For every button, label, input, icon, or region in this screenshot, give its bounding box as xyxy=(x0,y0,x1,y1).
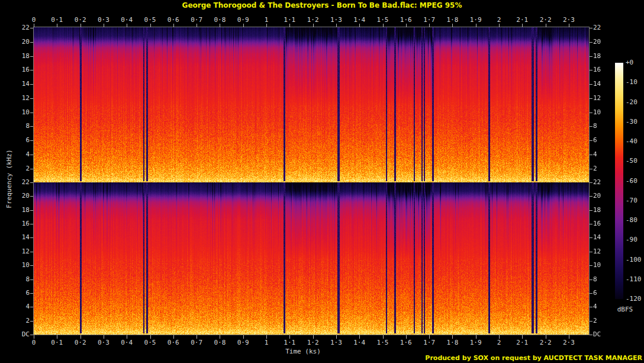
freq-tick-label: 4 xyxy=(593,303,597,310)
freq-tick-mark xyxy=(590,265,593,266)
time-tick-label: 2 xyxy=(497,17,501,24)
freq-tick-label: 12 xyxy=(0,95,30,102)
freq-tick-label: 14 xyxy=(593,234,601,241)
freq-tick-label: 18 xyxy=(0,53,30,60)
time-tick-mark xyxy=(452,24,453,27)
spectrogram-page: George Thorogood & The Destroyers - Born… xyxy=(0,0,644,363)
time-tick-mark xyxy=(34,24,34,27)
freq-tick-label: 4 xyxy=(593,151,597,158)
time-tick-label: 0·2 xyxy=(75,17,86,24)
freq-tick-label: 20 xyxy=(593,38,601,46)
freq-tick-mark xyxy=(590,307,593,307)
colorbar-tick-label: -110 xyxy=(626,276,642,283)
freq-tick-mark xyxy=(30,84,33,85)
freq-tick-label: 16 xyxy=(0,66,30,73)
freq-tick-label: 6 xyxy=(593,137,597,144)
freq-tick-mark xyxy=(30,321,33,322)
time-tick-label: 1·1 xyxy=(284,339,295,346)
page-title: George Thorogood & The Destroyers - Born… xyxy=(0,1,644,9)
time-tick-label: 0·4 xyxy=(121,339,133,346)
colorbar-tick-label: +0 xyxy=(626,59,633,66)
freq-tick-label: 22 xyxy=(0,24,30,31)
freq-tick-mark xyxy=(590,155,593,155)
time-tick-label: 0·1 xyxy=(51,339,63,346)
colorbar-tick-label: -70 xyxy=(626,197,637,204)
time-tick-mark xyxy=(336,24,337,27)
time-tick-label: 0·9 xyxy=(237,17,249,24)
time-tick-mark xyxy=(359,24,360,27)
freq-tick-label: 10 xyxy=(0,262,30,269)
time-tick-mark xyxy=(546,24,546,27)
time-tick-label: 0·3 xyxy=(98,339,110,346)
time-tick-label: 1·8 xyxy=(446,339,458,346)
freq-tick-mark xyxy=(590,210,593,211)
time-tick-label: 0·4 xyxy=(121,17,133,24)
freq-tick-label: 2 xyxy=(0,317,30,325)
time-tick-label: 1·3 xyxy=(330,17,342,24)
time-tick-label: 0·8 xyxy=(214,339,226,346)
time-tick-label: 1·5 xyxy=(377,17,389,24)
freq-tick-mark xyxy=(30,126,33,127)
time-tick-mark xyxy=(476,24,476,27)
freq-tick-mark xyxy=(590,293,593,294)
time-tick-label: 0·2 xyxy=(75,339,86,346)
time-tick-mark xyxy=(173,24,174,27)
time-tick-label: 1·9 xyxy=(470,339,482,346)
freq-tick-mark xyxy=(30,252,33,252)
freq-tick-mark xyxy=(30,155,33,155)
freq-tick-label: DC xyxy=(0,331,30,338)
time-tick-mark xyxy=(429,24,430,27)
freq-tick-label: 10 xyxy=(593,109,601,116)
freq-tick-mark xyxy=(590,56,593,57)
freq-tick-label: 14 xyxy=(0,234,30,241)
spectrogram-canvas xyxy=(34,27,589,335)
freq-tick-label: 4 xyxy=(0,151,30,158)
freq-tick-mark xyxy=(30,196,33,197)
freq-tick-label: 2 xyxy=(593,165,597,172)
freq-tick-label: 12 xyxy=(593,248,601,255)
freq-tick-mark xyxy=(590,280,593,280)
freq-tick-label: 6 xyxy=(593,290,597,297)
time-tick-mark xyxy=(243,24,244,27)
freq-tick-mark xyxy=(30,42,33,43)
freq-tick-label: 20 xyxy=(593,192,601,200)
time-tick-mark xyxy=(57,24,57,27)
x-axis-title: Time (ks) xyxy=(285,348,321,355)
colorbar-tick-label: -30 xyxy=(626,118,637,126)
colorbar-tick-label: -10 xyxy=(626,79,637,86)
time-tick-label: 1·2 xyxy=(307,17,319,24)
freq-tick-mark xyxy=(30,140,33,141)
credit-line: Produced by SOX on request by AUCDTECT T… xyxy=(425,354,642,362)
time-tick-mark xyxy=(266,24,267,27)
time-tick-label: 0·9 xyxy=(237,339,249,346)
freq-tick-mark xyxy=(590,237,593,238)
colorbar-tick-label: -20 xyxy=(626,99,637,106)
time-tick-label: 1·8 xyxy=(446,17,458,24)
time-tick-label: 1·4 xyxy=(353,17,365,24)
freq-tick-mark xyxy=(30,56,33,57)
time-tick-label: 2·3 xyxy=(563,17,575,24)
freq-tick-label: 22 xyxy=(0,179,30,186)
time-tick-mark xyxy=(569,24,569,27)
time-tick-label: 0 xyxy=(32,17,36,24)
freq-tick-mark xyxy=(590,321,593,322)
freq-tick-label: 18 xyxy=(593,53,601,60)
freq-tick-label: 16 xyxy=(0,220,30,227)
time-tick-mark xyxy=(406,24,407,27)
freq-tick-mark xyxy=(590,70,593,70)
time-tick-label: 0·1 xyxy=(51,17,63,24)
freq-tick-label: 8 xyxy=(0,123,30,130)
time-tick-mark xyxy=(127,24,127,27)
freq-tick-mark xyxy=(30,280,33,280)
time-tick-label: 2·2 xyxy=(540,339,552,346)
freq-tick-mark xyxy=(590,252,593,252)
time-tick-label: 0·7 xyxy=(191,17,202,24)
freq-tick-mark xyxy=(590,42,593,43)
freq-tick-mark xyxy=(30,113,33,113)
time-tick-mark xyxy=(104,24,104,27)
freq-tick-mark xyxy=(30,182,33,183)
time-tick-label: 0·6 xyxy=(168,339,179,346)
freq-tick-label: 2 xyxy=(593,317,597,325)
freq-tick-mark xyxy=(590,182,593,183)
freq-tick-label: 8 xyxy=(0,276,30,283)
